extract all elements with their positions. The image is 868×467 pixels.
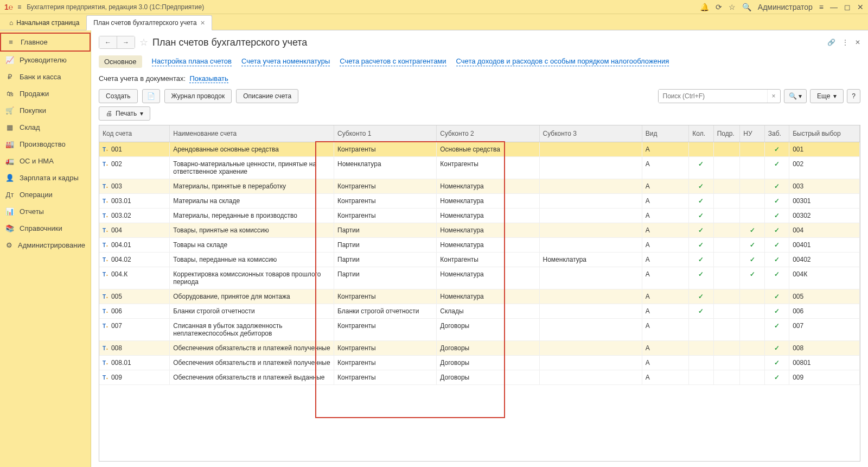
settings-icon[interactable]: ≡ bbox=[819, 3, 824, 11]
cell-sub2: Контрагенты bbox=[437, 157, 539, 179]
sidebar-item-10[interactable]: 📊Отчеты bbox=[0, 203, 91, 220]
col-sub3[interactable]: Субконто 3 bbox=[539, 125, 642, 142]
history-icon[interactable]: ⟳ bbox=[716, 3, 722, 11]
col-zab[interactable]: Заб. bbox=[764, 125, 789, 142]
search-button[interactable]: 🔍 ▾ bbox=[784, 89, 807, 103]
more-button[interactable]: Еще ▾ bbox=[810, 89, 844, 103]
cell-zab: ✓ bbox=[764, 142, 789, 157]
col-nu[interactable]: НУ bbox=[740, 125, 764, 142]
describe-button[interactable]: Описание счета bbox=[236, 89, 298, 103]
cell-vid: А bbox=[642, 223, 689, 238]
minimize-icon[interactable]: — bbox=[830, 3, 838, 11]
cell-sub3 bbox=[539, 267, 642, 289]
subtab-3[interactable]: Счета расчетов с контрагентами bbox=[340, 57, 446, 66]
subtab-4[interactable]: Счета доходов и расходов с особым порядк… bbox=[456, 57, 669, 66]
nav-forward-button[interactable]: → bbox=[117, 36, 135, 48]
create-copy-button[interactable]: 📄 bbox=[142, 89, 160, 103]
star-icon[interactable]: ☆ bbox=[729, 3, 736, 11]
cell-nu bbox=[740, 194, 764, 209]
more-label: Еще bbox=[817, 92, 830, 100]
table-row[interactable]: T004.ККорректировка комиссионных товаров… bbox=[99, 267, 860, 289]
cell-podr bbox=[713, 157, 740, 179]
table-row[interactable]: T006Бланки строгой отчетностиБланки стро… bbox=[99, 304, 860, 319]
current-user[interactable]: Администратор bbox=[758, 3, 813, 11]
table-row[interactable]: T009Обеспечения обязательств и платежей … bbox=[99, 370, 860, 385]
cell-nu bbox=[740, 289, 764, 304]
help-button[interactable]: ? bbox=[847, 89, 860, 103]
table-row[interactable]: T004.02Товары, переданные на комиссиюПар… bbox=[99, 253, 860, 267]
cell-zab: ✓ bbox=[764, 209, 789, 223]
close-window-icon[interactable]: ✕ bbox=[857, 3, 864, 11]
table-row[interactable]: T004Товары, принятые на комиссиюПартииНо… bbox=[99, 223, 860, 238]
sidebar-item-11[interactable]: 📚Справочники bbox=[0, 220, 91, 237]
cell-podr bbox=[713, 209, 740, 223]
create-button[interactable]: Создать bbox=[99, 89, 138, 103]
subtab-1[interactable]: Настройка плана счетов bbox=[152, 57, 232, 66]
table-row[interactable]: T001Арендованные основные средстваКонтра… bbox=[99, 142, 860, 157]
cell-sub3 bbox=[539, 142, 642, 157]
sidebar-item-2[interactable]: ₽Банк и касса bbox=[0, 68, 91, 85]
cell-vid: А bbox=[642, 238, 689, 253]
sidebar-item-6[interactable]: 🏭Производство bbox=[0, 136, 91, 153]
search-icon[interactable]: 🔍 bbox=[742, 3, 751, 11]
link-icon[interactable]: 🔗 bbox=[827, 39, 835, 46]
col-podr[interactable]: Подр. bbox=[713, 125, 740, 142]
cell-podr bbox=[713, 356, 740, 370]
subtab-0[interactable]: Основное bbox=[99, 55, 142, 68]
print-button[interactable]: 🖨 Печать ▾ bbox=[99, 106, 150, 121]
col-sub1[interactable]: Субконто 1 bbox=[334, 125, 437, 142]
table-row[interactable]: T004.01Товары на складеПартииНоменклатур… bbox=[99, 238, 860, 253]
cell-name: Оборудование, принятое для монтажа bbox=[170, 289, 334, 304]
table-row[interactable]: T002Товарно-материальные ценности, приня… bbox=[99, 157, 860, 179]
cell-code: 004 bbox=[111, 226, 122, 234]
col-fast[interactable]: Быстрый выбор bbox=[789, 125, 860, 142]
home-icon: ⌂ bbox=[9, 19, 13, 27]
sidebar-item-4[interactable]: 🛒Покупки bbox=[0, 102, 91, 119]
close-tab-icon[interactable]: ✕ bbox=[200, 20, 205, 27]
sidebar-item-8[interactable]: 👤Зарплата и кадры bbox=[0, 169, 91, 186]
tab-chart-of-accounts[interactable]: План счетов бухгалтерского учета ✕ bbox=[86, 15, 212, 30]
table-row[interactable]: T007Списанная в убыток задолженность неп… bbox=[99, 319, 860, 341]
account-icon: T bbox=[103, 147, 108, 153]
journal-button[interactable]: Журнал проводок bbox=[164, 89, 232, 103]
table-row[interactable]: T003.02Материалы, переданные в производс… bbox=[99, 209, 860, 223]
cell-code: 002 bbox=[111, 160, 122, 168]
col-name[interactable]: Наименование счета bbox=[170, 125, 334, 142]
tab-home[interactable]: ⌂ Начальная страница bbox=[2, 15, 86, 30]
col-kol[interactable]: Кол. bbox=[689, 125, 713, 142]
close-page-icon[interactable]: ✕ bbox=[855, 39, 860, 46]
sidebar-item-5[interactable]: ▦Склад bbox=[0, 119, 91, 136]
table-row[interactable]: T003Материалы, принятые в переработкуКон… bbox=[99, 179, 860, 194]
doc-hint-link[interactable]: Показывать bbox=[189, 74, 228, 83]
sidebar-item-9[interactable]: ДтОперации bbox=[0, 186, 91, 203]
subtab-2[interactable]: Счета учета номенклатуры bbox=[241, 57, 330, 66]
nav-back-button[interactable]: ← bbox=[99, 36, 117, 48]
table-row[interactable]: T008.01Обеспечения обязательств и платеж… bbox=[99, 356, 860, 370]
more-icon[interactable]: ⋮ bbox=[842, 39, 848, 46]
app-title: Бухгалтерия предприятия, редакция 3.0 (1… bbox=[27, 3, 700, 11]
cell-code: 001 bbox=[111, 146, 122, 153]
favorite-star-icon[interactable]: ☆ bbox=[139, 36, 148, 48]
sidebar-item-1[interactable]: 📈Руководителю bbox=[0, 52, 91, 68]
sidebar-item-3[interactable]: 🛍Продажи bbox=[0, 85, 91, 102]
cell-name: Обеспечения обязательств и платежей полу… bbox=[170, 341, 334, 356]
table-row[interactable]: T003.01Материалы на складеКонтрагентыНом… bbox=[99, 194, 860, 209]
sidebar-item-0[interactable]: ≡Главное bbox=[0, 33, 91, 52]
sidebar-icon: 🏭 bbox=[5, 140, 14, 148]
table-row[interactable]: T008Обеспечения обязательств и платежей … bbox=[99, 341, 860, 356]
bell-icon[interactable]: 🔔 bbox=[700, 3, 709, 11]
cell-sub1: Контрагенты bbox=[334, 370, 437, 385]
sidebar-item-12[interactable]: ⚙Администрирование bbox=[0, 237, 91, 254]
main-menu-icon[interactable]: ≡ bbox=[17, 3, 21, 11]
maximize-icon[interactable]: ◻ bbox=[844, 3, 851, 11]
search-input[interactable] bbox=[659, 90, 767, 103]
table-row[interactable]: T005Оборудование, принятое для монтажаКо… bbox=[99, 289, 860, 304]
cell-kol: ✓ bbox=[689, 289, 713, 304]
col-vid[interactable]: Вид bbox=[642, 125, 689, 142]
col-sub2[interactable]: Субконто 2 bbox=[437, 125, 539, 142]
cell-nu bbox=[740, 157, 764, 179]
sidebar-item-7[interactable]: 🚛ОС и НМА bbox=[0, 153, 91, 169]
cell-zab: ✓ bbox=[764, 223, 789, 238]
clear-search-icon[interactable]: × bbox=[767, 90, 780, 103]
col-code[interactable]: Код счета bbox=[99, 125, 170, 142]
